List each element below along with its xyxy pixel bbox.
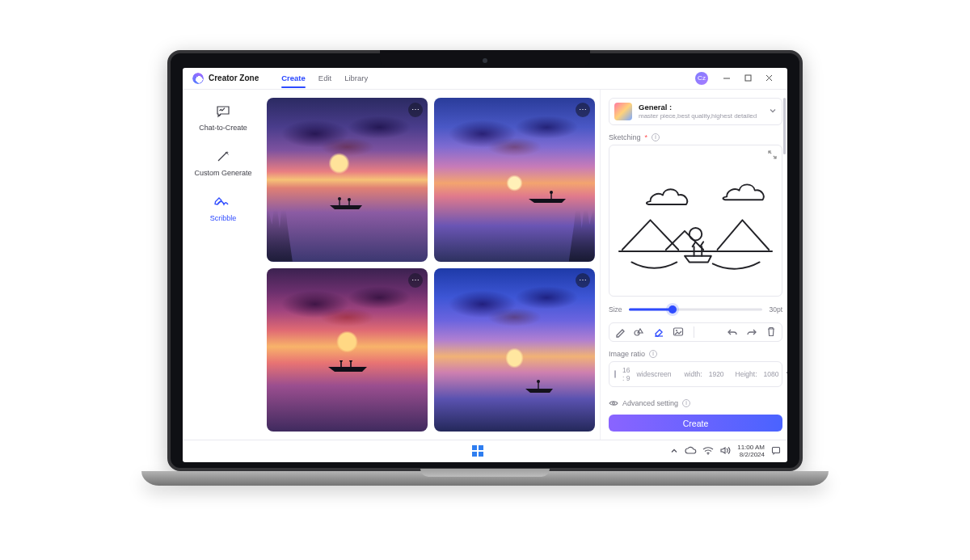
sidenav-chat-to-create[interactable]: Chat-to-Create <box>199 104 247 132</box>
undo-icon <box>727 327 738 337</box>
undo-button[interactable] <box>727 326 738 338</box>
height-label: Height: <box>736 370 757 378</box>
window-minimize-button[interactable] <box>716 70 737 86</box>
sidenav-label: Custom Generate <box>194 169 251 177</box>
image-ratio-selector[interactable]: 16 : 9 widescreen width: 1920 Height: 10… <box>609 361 782 387</box>
tray-chevron-up-icon[interactable] <box>670 447 678 457</box>
tab-library[interactable]: Library <box>344 69 368 87</box>
style-swatch-icon <box>614 103 632 120</box>
info-icon[interactable]: i <box>682 399 690 407</box>
tab-edit[interactable]: Edit <box>318 69 331 87</box>
eraser-tool[interactable] <box>653 326 664 338</box>
svg-rect-12 <box>472 452 477 457</box>
avatar-initials: Cz <box>698 74 706 82</box>
advanced-toggle[interactable]: Advanced setting i <box>609 398 782 408</box>
svg-rect-10 <box>472 445 477 450</box>
volume-icon[interactable] <box>720 446 731 457</box>
screen: Creator Zone Create Edit Library Cz <box>183 68 787 462</box>
app-window: Creator Zone Create Edit Library Cz <box>183 68 787 440</box>
info-icon[interactable]: i <box>649 350 657 358</box>
wand-icon <box>215 149 231 164</box>
tab-label: Create <box>281 74 306 82</box>
minimize-icon <box>723 74 731 82</box>
user-avatar[interactable]: Cz <box>695 72 708 85</box>
pencil-icon <box>615 326 626 337</box>
notifications-icon[interactable] <box>771 446 781 457</box>
scribble-icon <box>215 195 231 209</box>
sketch-drawing <box>618 166 774 288</box>
width-value: 1920 <box>709 370 724 378</box>
close-icon <box>765 74 773 82</box>
windows-start-icon <box>471 444 484 457</box>
svg-rect-11 <box>479 445 483 450</box>
ratio-name: widescreen <box>636 370 671 378</box>
sketch-canvas[interactable] <box>609 145 782 297</box>
height-value: 1080 <box>764 370 779 378</box>
settings-panel: General : master piece,best quality,high… <box>600 90 787 440</box>
start-button[interactable] <box>471 444 484 459</box>
svg-point-1 <box>338 197 341 200</box>
clear-button[interactable] <box>765 326 777 338</box>
result-thumbnail[interactable]: ⋯ <box>267 268 428 432</box>
chevron-down-icon <box>769 107 777 116</box>
advanced-label: Advanced setting <box>622 399 678 407</box>
svg-point-8 <box>676 330 677 331</box>
create-button-label: Create <box>683 419 709 428</box>
svg-point-5 <box>690 228 702 240</box>
eye-icon <box>609 398 618 408</box>
svg-point-14 <box>707 453 709 455</box>
tab-create[interactable]: Create <box>281 69 306 87</box>
redo-icon <box>746 327 757 337</box>
thumbnail-more-button[interactable]: ⋯ <box>408 103 423 117</box>
app-body: Chat-to-Create Custom Generate Scribble <box>183 90 787 440</box>
eraser-icon <box>653 326 664 337</box>
laptop-notch <box>380 50 590 68</box>
laptop-base <box>141 471 829 486</box>
shapes-tool[interactable] <box>634 326 645 338</box>
results-gallery: ⋯ ⋯ ⋯ ⋯ <box>264 90 600 440</box>
sidenav-label: Scribble <box>210 214 237 222</box>
windows-taskbar: 11:00 AM 8/2/2024 <box>183 440 787 462</box>
sidenav-scribble[interactable]: Scribble <box>210 195 237 222</box>
taskbar-clock[interactable]: 11:00 AM 8/2/2024 <box>737 444 765 458</box>
pencil-tool[interactable] <box>614 326 626 338</box>
tab-label: Library <box>344 74 368 82</box>
sidenav-custom-generate[interactable]: Custom Generate <box>194 149 251 177</box>
result-thumbnail[interactable]: ⋯ <box>434 268 595 432</box>
thumbnail-more-button[interactable]: ⋯ <box>576 103 590 117</box>
image-ratio-label: Image ratio <box>609 350 645 358</box>
result-thumbnail[interactable]: ⋯ <box>434 98 595 262</box>
maximize-icon <box>744 74 752 82</box>
svg-rect-0 <box>745 75 751 81</box>
sketching-label: Sketching <box>609 133 641 141</box>
stage: Creator Zone Create Edit Library Cz <box>0 0 970 560</box>
app-name: Creator Zone <box>209 74 259 82</box>
panel-scrollbar[interactable] <box>783 98 786 432</box>
brush-size-row: Size 30pt <box>609 303 782 316</box>
taskbar-app[interactable] <box>494 448 499 456</box>
image-tool[interactable] <box>673 326 684 338</box>
thumbnail-more-button[interactable]: ⋯ <box>576 273 590 288</box>
app-logo-icon <box>192 73 204 84</box>
image-icon <box>673 326 684 337</box>
chat-icon <box>215 104 231 119</box>
clock-date: 8/2/2024 <box>737 452 765 458</box>
window-maximize-button[interactable] <box>737 70 758 86</box>
shapes-icon <box>634 326 645 337</box>
redo-button[interactable] <box>746 326 757 338</box>
cloud-sync-icon[interactable] <box>685 447 696 457</box>
brush-size-label: Size <box>609 305 622 314</box>
result-thumbnail[interactable]: ⋯ <box>267 98 428 262</box>
info-icon[interactable]: i <box>652 133 660 141</box>
window-close-button[interactable] <box>758 70 779 86</box>
style-name: General : <box>639 103 757 112</box>
expand-icon[interactable] <box>768 150 777 161</box>
thumbnail-more-button[interactable]: ⋯ <box>408 273 423 288</box>
brush-size-slider[interactable] <box>629 303 763 316</box>
style-selector[interactable]: General : master piece,best quality,high… <box>609 98 782 125</box>
svg-point-9 <box>613 402 615 404</box>
svg-rect-13 <box>479 452 483 457</box>
create-button[interactable]: Create <box>609 415 782 432</box>
svg-point-3 <box>550 191 553 194</box>
wifi-icon[interactable] <box>702 447 714 457</box>
